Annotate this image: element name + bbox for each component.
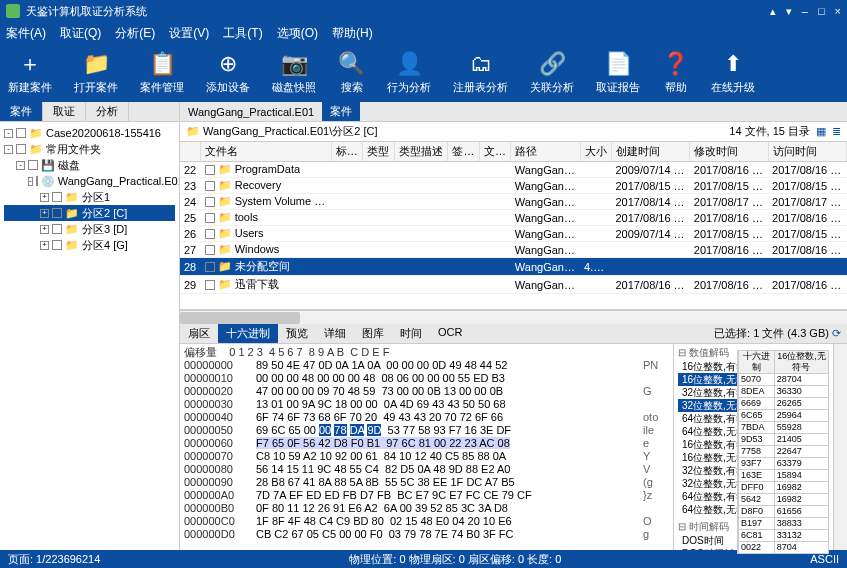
tree-item[interactable]: -📁常用文件夹 [4,141,175,157]
column-header[interactable]: 修改时间 [690,142,768,162]
checkbox[interactable] [36,176,38,186]
checkbox[interactable] [52,192,62,202]
hex-row[interactable]: 000000406F 74 6F 73 68 6F 70 20 49 43 43… [184,411,669,424]
column-header[interactable]: 路径 [511,142,580,162]
bottom-tab-详细[interactable]: 详细 [316,324,354,343]
hex-row[interactable]: 0000008056 14 15 11 9C 48 55 C4 82 D5 0A… [184,463,669,476]
toolbar-打开案件[interactable]: 📁打开案件 [74,52,118,95]
expand-icon[interactable]: + [40,241,49,250]
row-checkbox[interactable] [205,213,215,223]
table-row[interactable]: 29 📁 迅雷下载WangGan…2017/08/16 …2017/08/16 … [180,276,847,294]
toolbar-搜索[interactable]: 🔍搜索 [338,52,365,95]
row-checkbox[interactable] [205,280,215,290]
expand-icon[interactable]: - [4,145,13,154]
row-checkbox[interactable] [205,165,215,175]
table-row[interactable]: 23 📁 RecoveryWangGan…2017/08/15 …2017/08… [180,178,847,194]
checkbox[interactable] [16,128,26,138]
toolbar-在线升级[interactable]: ⬆在线升级 [711,52,755,95]
column-header[interactable]: 签… [448,142,479,162]
hex-row[interactable]: 0000009028 B8 67 41 8A 88 5A 8B 55 5C 38… [184,476,669,489]
column-header[interactable]: 类型 [363,142,394,162]
row-checkbox[interactable] [205,181,215,191]
bottom-tab-时间[interactable]: 时间 [392,324,430,343]
checkbox[interactable] [28,160,38,170]
row-checkbox[interactable] [205,229,215,239]
maximize-btn[interactable]: □ [818,5,825,18]
column-header[interactable] [180,142,201,162]
row-checkbox[interactable] [205,197,215,207]
toolbar-注册表分析[interactable]: 🗂注册表分析 [453,52,508,95]
top-tab[interactable]: 案件 [322,102,360,121]
expand-icon[interactable]: + [40,225,49,234]
table-row[interactable]: 24 📁 System Volume …WangGan…2017/08/14 …… [180,194,847,210]
pin-btn[interactable]: ▴ [770,5,776,18]
tree-item[interactable]: -📁Case20200618-155416 [4,125,175,141]
expand-icon[interactable]: + [40,193,49,202]
top-tab[interactable]: WangGang_Practical.E01 [180,104,322,120]
row-checkbox[interactable] [205,245,215,255]
row-checkbox[interactable] [205,262,215,272]
table-row[interactable]: 28 📁 未分配空间WangGan…4.… [180,258,847,276]
bottom-tab-图库[interactable]: 图库 [354,324,392,343]
left-tab-取证[interactable]: 取证 [43,102,86,121]
toolbar-新建案件[interactable]: ＋新建案件 [8,52,52,95]
column-header[interactable]: 文件名 [201,142,332,162]
tile-view-icon[interactable]: ▦ [816,125,826,138]
dropdown-btn[interactable]: ▾ [786,5,792,18]
toolbar-行为分析[interactable]: 👤行为分析 [387,52,431,95]
bottom-tab-十六进制[interactable]: 十六进制 [218,324,278,343]
menu-item[interactable]: 取证(Q) [60,25,101,42]
checkbox[interactable] [52,208,62,218]
hex-row[interactable]: 0000000089 50 4E 47 0D 0A 1A 0A 00 00 00… [184,359,669,372]
hex-row[interactable]: 000000A07D 7A EF ED ED FB D7 FB BC E7 9C… [184,489,669,502]
menu-item[interactable]: 帮助(H) [332,25,373,42]
table-row[interactable]: 27 📁 WindowsWangGan…2017/08/16 …2017/08/… [180,242,847,258]
column-header[interactable]: 访问时间 [768,142,846,162]
close-btn[interactable]: × [835,5,841,18]
refresh-icon[interactable]: ⟳ [832,327,841,339]
tree-item[interactable]: -💾磁盘 [4,157,175,173]
tree-item[interactable]: +📁分区3 [D] [4,221,175,237]
hex-row[interactable]: 000000D0CB C2 67 05 C5 00 00 F0 03 79 78… [184,528,669,541]
h-scrollbar[interactable] [180,310,847,324]
checkbox[interactable] [16,144,26,154]
hex-row[interactable]: 0000002047 00 00 00 09 70 48 59 73 00 00… [184,385,669,398]
expand-icon[interactable]: - [4,129,13,138]
hex-row[interactable]: 000000B00F 80 11 12 26 91 E6 A2 6A 00 39… [184,502,669,515]
menu-item[interactable]: 分析(E) [115,25,155,42]
tree-item[interactable]: +📁分区4 [G] [4,237,175,253]
expand-icon[interactable]: + [40,209,49,218]
hex-row[interactable]: 00000070C8 10 59 A2 10 92 00 61 84 10 12… [184,450,669,463]
expand-icon[interactable]: - [28,177,33,186]
column-header[interactable]: 类型描述 [394,142,448,162]
checkbox[interactable] [52,224,62,234]
tree-item[interactable]: +📁分区1 [4,189,175,205]
toolbar-添加设备[interactable]: ⊕添加设备 [206,52,250,95]
bottom-tab-预览[interactable]: 预览 [278,324,316,343]
toolbar-帮助[interactable]: ❓帮助 [662,52,689,95]
toolbar-关联分析[interactable]: 🔗关联分析 [530,52,574,95]
toolbar-磁盘快照[interactable]: 📷磁盘快照 [272,52,316,95]
checkbox[interactable] [52,240,62,250]
table-row[interactable]: 22 📁 ProgramDataWangGan…2009/07/14 …2017… [180,162,847,178]
tree-item[interactable]: -💿WangGang_Practical.E01 [4,173,175,189]
menu-item[interactable]: 案件(A) [6,25,46,42]
table-row[interactable]: 25 📁 toolsWangGan…2017/08/16 …2017/08/16… [180,210,847,226]
hex-row[interactable]: 0000005069 6C 65 00 00 78 DA 9D 53 77 58… [184,424,669,437]
bottom-tab-OCR[interactable]: OCR [430,324,470,343]
minimize-btn[interactable]: – [802,5,808,18]
tree-item[interactable]: +📁分区2 [C] [4,205,175,221]
hex-row[interactable]: 0000001000 00 00 48 00 00 00 48 08 06 00… [184,372,669,385]
column-header[interactable]: 大小 [580,142,611,162]
column-header[interactable]: 创建时间 [611,142,689,162]
left-tab-分析[interactable]: 分析 [86,102,129,121]
expand-icon[interactable]: - [16,161,25,170]
toolbar-取证报告[interactable]: 📄取证报告 [596,52,640,95]
hex-row[interactable]: 0000003013 01 00 9A 9C 18 00 00 0A 4D 69… [184,398,669,411]
list-view-icon[interactable]: ≣ [832,125,841,138]
menu-item[interactable]: 工具(T) [223,25,262,42]
toolbar-案件管理[interactable]: 📋案件管理 [140,52,184,95]
column-header[interactable]: 文… [479,142,510,162]
bottom-tab-扇区[interactable]: 扇区 [180,324,218,343]
menu-item[interactable]: 设置(V) [169,25,209,42]
